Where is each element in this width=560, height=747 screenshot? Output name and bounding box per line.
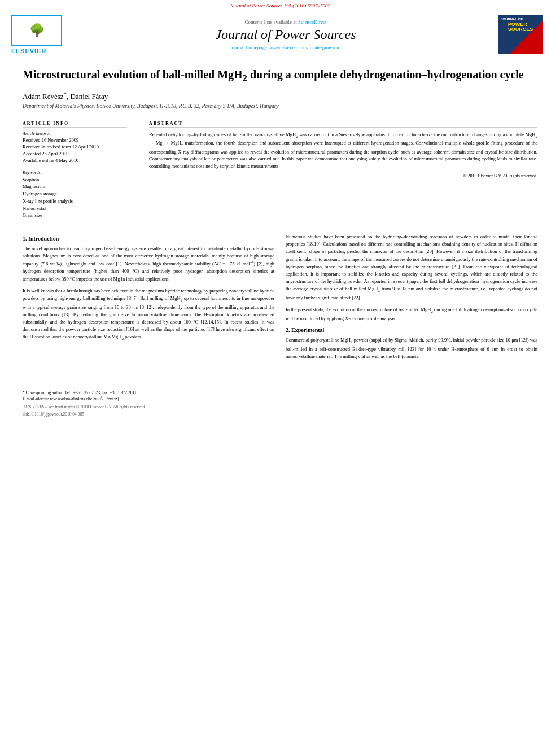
keyword-4: X-ray line profile analysis <box>23 198 127 205</box>
keyword-5: Nanocrystal <box>23 205 127 212</box>
right-para-1: Numerous studies have been presented on … <box>286 233 537 302</box>
keyword-1: Sorption <box>23 176 127 184</box>
footnote-divider <box>23 387 90 387</box>
homepage-label: journal homepage: <box>230 45 268 50</box>
accepted-date: Accepted 25 April 2010 <box>23 151 127 158</box>
journal-reference: Journal of Power Sources 195 (2010) 6997… <box>230 3 330 8</box>
tree-icon: 🌳 <box>29 23 45 38</box>
article-affiliation: Department of Materials Physics, Eötvös … <box>23 103 537 109</box>
page: Journal of Power Sources 195 (2010) 6997… <box>0 0 560 747</box>
journal-reference-bar: Journal of Power Sources 195 (2010) 6997… <box>0 0 560 10</box>
email-note: E-mail address: reveszadam@ludens.elte.h… <box>23 396 537 402</box>
article-body: 1. Introduction The novel approaches to … <box>0 225 560 376</box>
keywords-list: Sorption Magnesium Hydrogen storage X-ra… <box>23 176 127 220</box>
keyword-3: Hydrogen storage <box>23 190 127 198</box>
abstract-column: ABSTRACT Repeated dehydriding–hydriding … <box>147 121 537 219</box>
article-header: Microstructural evolution of ball-milled… <box>0 58 560 115</box>
issn-line: 0378-7753/$ – see front matter © 2010 El… <box>23 404 537 409</box>
keyword-6: Grain size <box>23 212 127 219</box>
corresponding-author-note: * Corresponding author. Tel.: +36 1 372 … <box>23 390 537 396</box>
elsevier-logo-area: 🌳 ELSEVIER <box>11 15 73 54</box>
journal-main-title: Journal of Power Sources <box>85 27 487 42</box>
article-info-column: ARTICLE INFO Article history: Received 1… <box>23 121 135 219</box>
elsevier-wordmark: ELSEVIER <box>11 47 46 54</box>
homepage-url[interactable]: www.elsevier.com/locate/jpowsour <box>270 45 341 50</box>
intro-heading: 1. Introduction <box>23 235 274 242</box>
history-label: Article history: <box>23 131 127 136</box>
logo-box: 🌳 <box>11 15 62 46</box>
copyright-notice: © 2010 Elsevier B.V. All rights reserved… <box>149 173 537 178</box>
intro-para-2: It is well known that a breakthrough has… <box>23 287 274 342</box>
body-column-left: 1. Introduction The novel approaches to … <box>23 233 274 365</box>
footer: * Corresponding author. Tel.: +36 1 372 … <box>0 382 560 420</box>
received-date: Received 16 November 2009 <box>23 137 127 144</box>
experimental-para-1: Commercial polycrystalline MgH2 powder (… <box>286 337 537 360</box>
keywords-label: Keywords: <box>23 170 127 175</box>
journal-cover-image: JOURNAL OF POWERSOURCES <box>498 15 543 54</box>
body-column-right: Numerous studies have been presented on … <box>286 233 537 365</box>
article-meta-row: ARTICLE INFO Article history: Received 1… <box>0 115 560 225</box>
right-para-2: In the present study, the evolution of t… <box>286 306 537 322</box>
sciencedirect-prefix: Contents lists available at <box>245 19 297 25</box>
revised-date: Received in revised form 12 April 2010 <box>23 144 127 151</box>
journal-cover-area: JOURNAL OF POWERSOURCES <box>498 15 549 54</box>
article-title: Microstructural evolution of ball-milled… <box>23 67 537 85</box>
article-authors: Ádám Révész*, Dániel Fátay <box>23 90 537 101</box>
sciencedirect-link[interactable]: ScienceDirect <box>298 19 326 25</box>
intro-para-1: The novel approaches to reach hydrogen b… <box>23 245 274 283</box>
cover-power-label: POWERSOURCES <box>508 22 533 32</box>
abstract-label: ABSTRACT <box>149 121 537 128</box>
journal-header: 🌳 ELSEVIER Contents lists available at S… <box>0 10 560 58</box>
journal-title-area: Contents lists available at ScienceDirec… <box>73 19 498 50</box>
article-info-label: ARTICLE INFO <box>23 121 127 128</box>
keyword-2: Magnesium <box>23 183 127 190</box>
abstract-text: Repeated dehydriding–hydriding cycles of… <box>149 131 537 170</box>
experimental-heading: 2. Experimental <box>286 327 537 333</box>
doi-line: doi:10.1016/j.jpowsour.2010.04.085 <box>23 412 537 417</box>
online-date: Available online 4 May 2010 <box>23 158 127 164</box>
sciencedirect-line: Contents lists available at ScienceDirec… <box>85 19 487 25</box>
elsevier-logo: 🌳 ELSEVIER <box>11 15 73 54</box>
journal-homepage-line: journal homepage: www.elsevier.com/locat… <box>85 45 487 50</box>
